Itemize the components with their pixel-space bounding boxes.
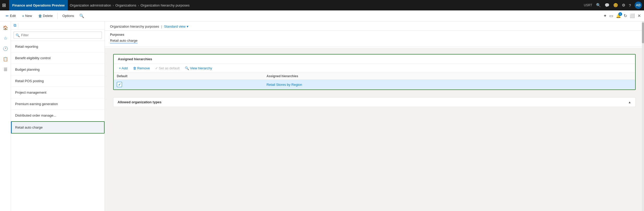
app-title[interactable]: Finance and Operations Preview: [9, 0, 68, 10]
assigned-toolbar: + Add 🗑 Remove ✓ Set as default 🔍 View h…: [114, 64, 635, 73]
allowed-org-header[interactable]: Allowed organization types ▲: [113, 98, 635, 107]
toolbar: ✏ Edit + New 🗑 Delete Options 🔍 ✦ ▭ 🔔 0 …: [0, 10, 644, 21]
comment-icon[interactable]: 💬: [605, 3, 610, 8]
col-assigned: Assigned hierarchies: [263, 73, 635, 80]
filter-icon[interactable]: ⧉: [14, 23, 16, 28]
filter-search-icon: 🔍: [16, 33, 20, 37]
list-items: Retail reporting Benefit eligibility con…: [11, 41, 105, 211]
user-icon[interactable]: 😊: [613, 3, 618, 8]
purposes-value: Retail auto charge: [110, 39, 138, 43]
add-button[interactable]: + Add: [117, 65, 130, 71]
close-icon[interactable]: ✕: [637, 13, 641, 18]
sidebar-home-icon[interactable]: 🏠: [1, 23, 10, 32]
breadcrumb: Organization administration › Organizati…: [70, 3, 582, 7]
view-selector[interactable]: Standard view ▾: [164, 25, 188, 28]
sidebar-recent-icon[interactable]: 🕐: [1, 44, 10, 53]
filter-bar: ⧉: [11, 21, 105, 29]
left-sidebar: 🏠 ☆ 🕐 📋 ☰: [0, 21, 11, 211]
top-nav: ⊞ Finance and Operations Preview Organiz…: [0, 0, 644, 10]
purposes-label: Purposes: [105, 31, 644, 38]
usrt-label: USRT: [584, 3, 592, 7]
detail-header: Organization hierarchy purposes | Standa…: [105, 21, 644, 31]
detail-panel: Organization hierarchy purposes | Standa…: [105, 21, 644, 211]
edit-button[interactable]: ✏ Edit: [3, 13, 18, 19]
purposes-card: Purposes Retail auto charge: [105, 31, 644, 48]
breadcrumb-sep-1: ›: [113, 3, 114, 7]
options-button[interactable]: Options: [60, 13, 77, 19]
breadcrumb-organizations[interactable]: Organizations: [115, 3, 136, 7]
list-item[interactable]: Retail reporting: [11, 41, 105, 52]
list-item[interactable]: Distributed order manage...: [11, 110, 105, 121]
restore-icon[interactable]: ⬜: [630, 13, 635, 18]
hierarchy-link[interactable]: Retail Stores by Region: [266, 83, 302, 87]
badge-icon[interactable]: 🔔 0: [616, 13, 621, 18]
col-default: Default: [114, 73, 263, 80]
assigned-hierarchies-wrapper: Assigned hierarchies + Add 🗑 Remove ✓ Se…: [105, 49, 644, 95]
refresh-icon[interactable]: ↻: [624, 13, 627, 18]
purposes-field: Retail auto charge: [105, 38, 644, 47]
detail-area: Purposes Retail auto charge Assigned hie…: [105, 31, 644, 211]
list-item[interactable]: Retail POS posting: [11, 75, 105, 87]
assigned-table: Default Assigned hierarchies Retail Stor: [114, 73, 635, 89]
notification-badge: 0: [618, 12, 622, 16]
set-default-button[interactable]: ✓ Set as default: [153, 65, 182, 71]
sidebar-list-icon[interactable]: ☰: [1, 65, 10, 74]
open-new-icon[interactable]: ▭: [609, 13, 613, 18]
list-panel: ⧉ 🔍 Retail reporting Benefit eligibility…: [11, 21, 105, 211]
allowed-org-label: Allowed organization types: [118, 100, 161, 104]
breadcrumb-org-admin[interactable]: Organization administration: [70, 3, 111, 7]
breadcrumb-sep-2: ›: [138, 3, 139, 7]
list-item[interactable]: Budget planning: [11, 64, 105, 75]
settings-icon[interactable]: ⚙: [622, 3, 625, 8]
new-button[interactable]: + New: [19, 13, 34, 19]
toolbar-divider: [57, 13, 58, 19]
list-item[interactable]: Premium earning generation: [11, 98, 105, 110]
table-row[interactable]: Retail Stores by Region: [114, 80, 635, 89]
new-icon: +: [22, 14, 24, 18]
page-title-text: Organization hierarchy purposes: [110, 25, 159, 28]
assigned-hierarchies-header: Assigned hierarchies: [114, 55, 635, 64]
default-cell: [114, 80, 263, 89]
app-grid-icon[interactable]: ⊞: [2, 2, 6, 8]
pipe-separator: |: [161, 25, 162, 28]
main-layout: 🏠 ☆ 🕐 📋 ☰ ⧉ 🔍 Retail reporting Benefit e…: [0, 21, 644, 211]
sidebar-workspace-icon[interactable]: 📋: [1, 55, 10, 63]
sidebar-star-icon[interactable]: ☆: [1, 34, 10, 42]
personalize-icon[interactable]: ✦: [603, 13, 607, 18]
delete-button[interactable]: 🗑 Delete: [36, 13, 56, 19]
search-icon[interactable]: 🔍: [596, 3, 601, 8]
view-hierarchy-button[interactable]: 🔍 View hierarchy: [183, 65, 214, 71]
list-item[interactable]: Benefit eligibility control: [11, 52, 105, 64]
remove-button[interactable]: 🗑 Remove: [131, 65, 152, 71]
view-title: Organization hierarchy purposes | Standa…: [110, 25, 639, 28]
list-item-retail-auto-charge[interactable]: Retail auto charge: [11, 121, 105, 134]
chevron-down-icon: ▾: [187, 25, 189, 28]
breadcrumb-hierarchy-purposes[interactable]: Organization hierarchy purposes: [141, 3, 190, 7]
scrollbar-thumb[interactable]: [642, 22, 644, 43]
toolbar-search-icon[interactable]: 🔍: [79, 14, 84, 18]
allowed-org-wrapper: Allowed organization types ▲: [105, 97, 644, 110]
toolbar-right-icons: ✦ ▭ 🔔 0 ↻ ⬜ ✕: [603, 13, 641, 18]
delete-icon: 🗑: [38, 14, 42, 18]
help-icon[interactable]: ?: [629, 3, 631, 8]
filter-divider: [18, 23, 18, 28]
default-checkbox[interactable]: [117, 82, 122, 87]
allowed-org-section: Allowed organization types ▲: [113, 97, 636, 107]
hierarchy-cell: Retail Stores by Region: [263, 80, 635, 89]
nav-icons: USRT 🔍 💬 😊 ⚙ ? AD: [584, 2, 642, 9]
avatar[interactable]: AD: [635, 2, 642, 9]
edit-icon: ✏: [6, 14, 9, 18]
filter-input[interactable]: [14, 32, 102, 39]
chevron-up-icon: ▲: [628, 100, 631, 104]
assigned-hierarchies-section: Assigned hierarchies + Add 🗑 Remove ✓ Se…: [113, 54, 636, 90]
scrollbar-track[interactable]: [642, 21, 644, 211]
list-item[interactable]: Project management: [11, 87, 105, 98]
list-filter: 🔍: [11, 29, 105, 41]
